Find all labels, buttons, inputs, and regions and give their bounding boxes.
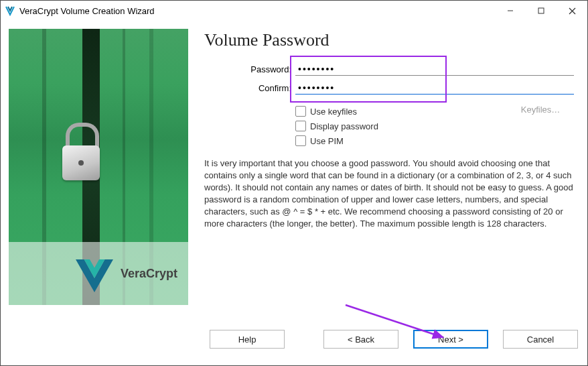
password-input[interactable] — [295, 62, 574, 76]
display-password-checkbox[interactable]: Display password — [295, 119, 574, 133]
back-button[interactable]: < Back — [323, 330, 398, 349]
keyfiles-button: Keyfiles… — [507, 101, 574, 117]
veracrypt-logo-area: VeraCrypt — [9, 242, 188, 305]
use-pim-checkbox[interactable]: Use PIM — [295, 133, 574, 148]
display-password-label: Display password — [310, 121, 378, 131]
page-title: Volume Password — [204, 30, 574, 50]
cancel-button[interactable]: Cancel — [503, 330, 578, 349]
help-button[interactable]: Help — [210, 330, 285, 349]
confirm-label: Confirm: — [204, 83, 295, 93]
wizard-footer: Help < Back Next > Cancel — [1, 325, 587, 365]
veracrypt-logo-text: VeraCrypt — [121, 267, 177, 281]
confirm-input[interactable] — [295, 81, 574, 95]
padlock-icon — [62, 123, 102, 180]
checkbox-icon — [295, 121, 306, 131]
checkbox-icon — [295, 106, 306, 117]
maximize-button[interactable] — [526, 1, 557, 21]
close-button[interactable] — [557, 1, 587, 21]
password-form: Password: Confirm: Use keyfiles — [204, 60, 574, 148]
checkbox-icon — [295, 135, 306, 146]
confirm-row: Confirm: — [204, 78, 574, 97]
password-guidance-text: It is very important that you choose a g… — [204, 158, 574, 230]
wizard-content: Volume Password Password: Confirm: — [188, 29, 579, 325]
veracrypt-app-icon — [5, 5, 15, 16]
wizard-sidebar-image: VeraCrypt — [9, 29, 188, 305]
next-button[interactable]: Next > — [413, 330, 488, 349]
wizard-window: VeraCrypt Volume Creation Wizard — [0, 0, 588, 366]
main-area: VeraCrypt Volume Password Password: Conf… — [1, 21, 587, 325]
window-title: VeraCrypt Volume Creation Wizard — [19, 6, 155, 16]
veracrypt-logo-icon — [71, 250, 118, 297]
password-label: Password: — [204, 64, 295, 74]
use-pim-label: Use PIM — [310, 136, 344, 146]
svg-rect-1 — [538, 8, 544, 13]
use-keyfiles-label: Use keyfiles — [310, 107, 357, 117]
titlebar: VeraCrypt Volume Creation Wizard — [1, 1, 587, 21]
wizard-body: VeraCrypt Volume Password Password: Conf… — [1, 21, 587, 365]
minimize-button[interactable] — [495, 1, 526, 21]
password-row: Password: — [204, 60, 574, 78]
window-controls — [495, 1, 587, 21]
